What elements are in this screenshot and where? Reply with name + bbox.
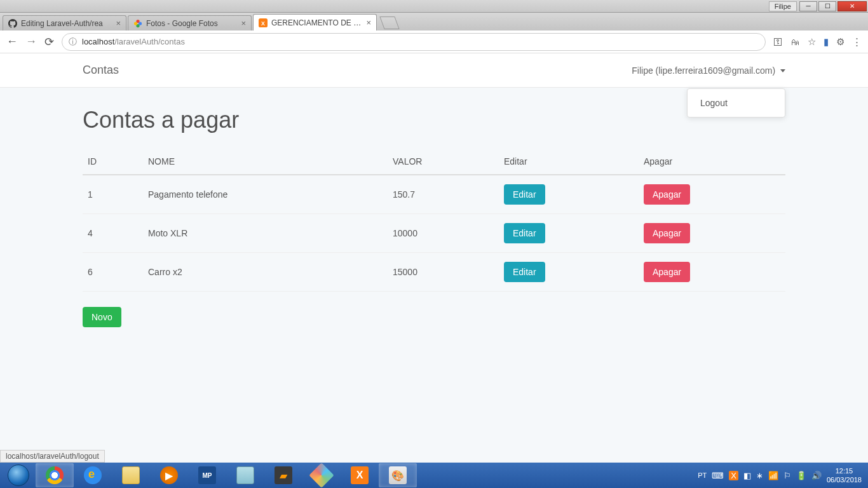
bookmark-icon[interactable]: ☆	[808, 36, 816, 48]
tab-close-icon[interactable]: ×	[366, 18, 371, 27]
taskbar-xampp[interactable]: X	[341, 463, 379, 487]
windows-orb-icon	[8, 464, 29, 486]
apagar-button[interactable]: Apagar	[644, 262, 690, 282]
battery-icon[interactable]: 🔋	[796, 471, 806, 480]
maximize-button[interactable]: ☐	[818, 1, 836, 11]
editar-button[interactable]: Editar	[504, 262, 545, 282]
tab-close-icon[interactable]: ×	[116, 18, 121, 28]
brand[interactable]: Contas	[83, 64, 119, 77]
col-header-editar: Editar	[499, 149, 639, 175]
browser-toolbar: ← → ⟳ ⓘ localhost /laravelAuth/contas ⚿ …	[0, 30, 868, 53]
apagar-button[interactable]: Apagar	[644, 223, 690, 243]
cell-nome: Carro x2	[143, 253, 388, 292]
cell-valor: 10000	[388, 214, 499, 253]
clock[interactable]: 12:15 06/03/2018	[827, 466, 862, 485]
taskbar-mp[interactable]: MP	[188, 463, 226, 487]
ie-icon: e	[84, 466, 102, 484]
close-button[interactable]: ✕	[837, 1, 867, 11]
xampp-icon: X	[259, 18, 268, 27]
taskbar-sublime[interactable]: ▰	[264, 463, 302, 487]
tab-title: GERENCIAMENTO DE CO	[271, 18, 362, 27]
volume-icon[interactable]: 🔊	[811, 471, 822, 480]
user-menu[interactable]: Filipe (lipe.ferreira1609@gmail.com) Log…	[632, 65, 785, 76]
xampp-tray-icon[interactable]: X	[729, 471, 738, 480]
logout-link[interactable]: Logout	[688, 94, 785, 112]
url-host: localhost	[82, 37, 114, 46]
mp-icon: MP	[198, 466, 216, 484]
col-header-nome: NOME	[143, 149, 388, 175]
taskbar-paint[interactable]: 🎨	[379, 463, 417, 487]
folder-icon	[122, 466, 140, 484]
editar-button[interactable]: Editar	[504, 223, 545, 243]
taskbar-notepad[interactable]	[226, 463, 264, 487]
info-icon[interactable]: ⓘ	[69, 36, 77, 48]
col-header-valor: VALOR	[388, 149, 499, 175]
apagar-button[interactable]: Apagar	[644, 184, 690, 205]
extension-icon[interactable]: ▮	[824, 36, 829, 48]
cell-nome: Pagamento telefone	[143, 175, 388, 214]
svg-text:X: X	[261, 20, 265, 26]
col-header-apagar: Apagar	[639, 149, 785, 175]
forward-button[interactable]: →	[25, 35, 37, 48]
menu-icon[interactable]: ⋮	[852, 36, 862, 48]
google-photos-icon	[133, 19, 142, 28]
taskbar-wmp[interactable]: ▶	[150, 463, 188, 487]
page-title: Contas a pagar	[83, 107, 785, 133]
cell-valor: 150.7	[388, 175, 499, 214]
taskbar-chrome[interactable]	[36, 463, 74, 487]
diamond-icon	[309, 463, 334, 488]
taskbar-app1[interactable]	[302, 463, 341, 487]
tab-title: Editing Laravel-Auth/rea	[21, 19, 112, 28]
settings-icon[interactable]: ⚙	[836, 36, 844, 48]
flag-icon[interactable]: ⚐	[783, 471, 791, 480]
system-tray: PT ⌨ X ◧ ∗ 📶 ⚐ 🔋 🔊 12:15 06/03/2018	[698, 466, 867, 485]
tray-icon[interactable]: ◧	[743, 471, 751, 480]
xampp-icon: X	[351, 466, 369, 484]
editar-button[interactable]: Editar	[504, 184, 545, 205]
minimize-button[interactable]: ─	[799, 1, 817, 11]
reload-button[interactable]: ⟳	[44, 35, 54, 49]
taskbar-ie[interactable]: e	[74, 463, 112, 487]
cell-valor: 15000	[388, 253, 499, 292]
wifi-icon[interactable]: 📶	[768, 471, 778, 480]
svg-point-3	[134, 22, 137, 25]
cell-id: 6	[83, 253, 143, 292]
cell-id: 4	[83, 214, 143, 253]
windows-titlebar: Filipe ─ ☐ ✕	[0, 0, 868, 13]
tab-close-icon[interactable]: ×	[241, 18, 246, 28]
time: 12:15	[827, 466, 862, 475]
lang-indicator[interactable]: PT	[698, 471, 707, 479]
bluetooth-icon[interactable]: ∗	[756, 471, 763, 480]
tab-title: Fotos - Google Fotos	[146, 19, 237, 28]
user-dropdown: Logout	[687, 88, 785, 118]
status-bar: localhost/laravelAuth/logout	[0, 450, 105, 463]
page-content: Contas Filipe (lipe.ferreira1609@gmail.c…	[0, 53, 868, 463]
table-row: 6 Carro x2 15000 Editar Apagar	[83, 253, 785, 292]
tab-github[interactable]: Editing Laravel-Auth/rea ×	[3, 15, 126, 30]
back-button[interactable]: ←	[6, 35, 18, 48]
col-header-id: ID	[83, 149, 143, 175]
tab-gerenciamento[interactable]: X GERENCIAMENTO DE CO ×	[253, 14, 377, 30]
new-tab-button[interactable]	[379, 17, 399, 29]
wmp-icon: ▶	[160, 466, 178, 484]
windows-taskbar: e ▶ MP ▰ X 🎨 PT ⌨ X ◧ ∗ 📶 ⚐ 🔋 🔊 12:15 06…	[0, 463, 868, 488]
taskbar-explorer[interactable]	[112, 463, 150, 487]
caret-icon	[780, 69, 785, 72]
date: 06/03/2018	[827, 475, 862, 484]
url-path: /laravelAuth/contas	[114, 37, 185, 46]
github-icon	[8, 19, 17, 28]
address-bar[interactable]: ⓘ localhost /laravelAuth/contas	[62, 33, 766, 51]
app-navbar: Contas Filipe (lipe.ferreira1609@gmail.c…	[0, 53, 868, 88]
table-row: 4 Moto XLR 10000 Editar Apagar	[83, 214, 785, 253]
tab-photos[interactable]: Fotos - Google Fotos ×	[128, 15, 252, 30]
translate-icon[interactable]: 🗛	[790, 36, 800, 47]
contas-table: ID NOME VALOR Editar Apagar 1 Pagamento …	[83, 149, 785, 292]
cell-nome: Moto XLR	[143, 214, 388, 253]
paint-icon: 🎨	[389, 466, 407, 484]
keyboard-icon[interactable]: ⌨	[712, 471, 724, 480]
novo-button[interactable]: Novo	[83, 307, 121, 327]
main-container: Contas a pagar ID NOME VALOR Editar Apag…	[0, 88, 868, 346]
key-icon[interactable]: ⚿	[773, 36, 783, 47]
windows-user: Filipe	[769, 1, 797, 11]
start-button[interactable]	[1, 463, 36, 487]
